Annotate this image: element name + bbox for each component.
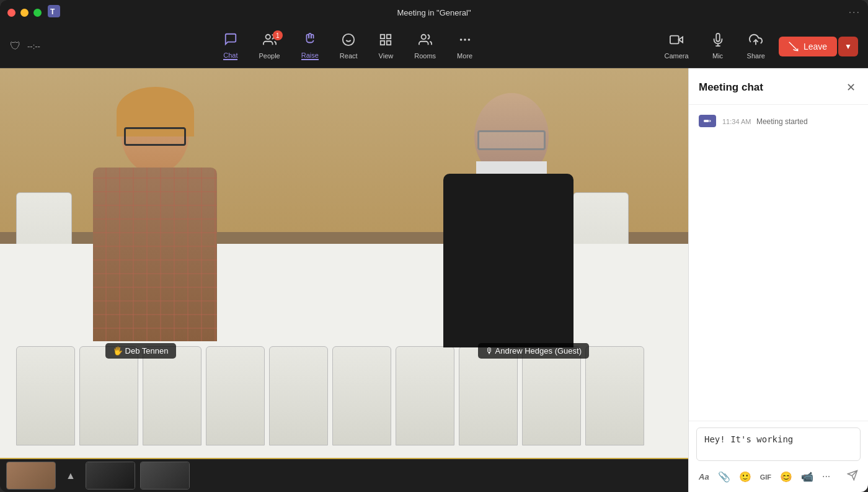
thumbnail-1[interactable]: [6, 462, 56, 490]
leave-button[interactable]: Leave: [779, 37, 837, 56]
minimize-button[interactable]: [20, 9, 29, 17]
front-seat-1: [16, 346, 75, 445]
svg-rect-21: [704, 120, 709, 122]
svg-rect-6: [381, 35, 384, 38]
format-button[interactable]: Aa: [696, 468, 712, 485]
leave-group: Leave ▼: [779, 37, 858, 56]
camera-button[interactable]: Camera: [655, 29, 697, 63]
deb-glasses: [124, 127, 186, 146]
gif-icon: GIF: [760, 473, 771, 481]
share-icon: [749, 33, 763, 50]
message-text: Meeting started: [756, 117, 808, 126]
sticker-button[interactable]: 😊: [777, 468, 795, 485]
react-button[interactable]: React: [331, 29, 366, 63]
front-seat-5: [269, 346, 328, 445]
svg-rect-15: [670, 36, 679, 44]
front-seat-7: [396, 346, 454, 445]
emoji-button[interactable]: 🙂: [737, 468, 754, 485]
thumbnail-2[interactable]: [86, 462, 135, 490]
view-label: View: [379, 52, 394, 60]
thumbnail-up-button[interactable]: ▲: [61, 468, 81, 484]
raise-icon: [303, 32, 317, 49]
person-andrew: [428, 93, 595, 347]
front-seat-8: [459, 346, 518, 445]
rooms-label: Rooms: [414, 52, 436, 60]
andrew-nametag: 🎙 Andrew Hedges (Guest): [478, 343, 589, 359]
system-message-icon: [699, 115, 716, 127]
svg-text:T: T: [50, 7, 55, 16]
share-button[interactable]: Share: [738, 29, 774, 63]
chat-toolbar: Aa 📎 🙂 GIF 😊 📹 ···: [696, 463, 861, 486]
deb-body: [93, 168, 217, 341]
message-time: 11:34 AM: [722, 118, 751, 125]
svg-rect-9: [387, 41, 391, 45]
chat-button[interactable]: Chat: [215, 29, 246, 64]
people-badge: 1: [273, 30, 283, 40]
title-bar: T Meeting in "General" ···: [0, 0, 868, 25]
andrew-body: [443, 174, 574, 347]
window-more-button[interactable]: ···: [849, 7, 861, 18]
svg-marker-14: [679, 37, 683, 42]
toolbar: 🛡 --:-- Chat 1 People: [0, 25, 868, 68]
react-icon: [342, 33, 355, 50]
chat-messages: 11:34 AM Meeting started: [689, 105, 868, 421]
video-scene: 🖐 Deb Tennen 🎙 Andrew Hedges (Guest): [0, 68, 688, 458]
close-button[interactable]: [7, 9, 16, 17]
video-msg-icon: 📹: [801, 472, 813, 482]
mic-icon: [711, 33, 725, 50]
send-button[interactable]: [844, 467, 861, 486]
raise-button[interactable]: Raise: [293, 29, 327, 64]
svg-point-2: [265, 35, 270, 39]
more-tools-button[interactable]: ···: [820, 468, 833, 485]
chat-input[interactable]: Hey! It's working: [696, 427, 861, 461]
rooms-button[interactable]: Rooms: [405, 29, 445, 63]
chat-input-area: Hey! It's working Aa 📎 🙂 GIF 😊: [689, 421, 868, 492]
video-area: 🖐 Deb Tennen 🎙 Andrew Hedges (Guest) ▲: [0, 68, 688, 492]
leave-arrow-button[interactable]: ▼: [838, 37, 858, 56]
camera-icon: [670, 33, 683, 50]
svg-point-11: [460, 39, 461, 40]
mic-label: Mic: [712, 52, 723, 60]
teams-icon: T: [48, 5, 60, 20]
more-button[interactable]: More: [448, 29, 481, 63]
front-seat-9: [522, 346, 581, 445]
format-icon: Aa: [699, 472, 709, 481]
window-title: Meeting in "General": [397, 8, 471, 17]
more-label: More: [457, 52, 472, 60]
video-msg-button[interactable]: 📹: [799, 468, 816, 485]
andrew-glasses: [477, 130, 546, 150]
gif-button[interactable]: GIF: [758, 468, 774, 485]
chat-label: Chat: [223, 51, 237, 60]
svg-point-3: [343, 34, 354, 45]
andrew-nametag-text: 🎙 Andrew Hedges (Guest): [485, 346, 582, 356]
mic-button[interactable]: Mic: [702, 29, 733, 63]
rooms-icon: [418, 33, 432, 50]
deb-nametag: 🖐 Deb Tennen: [105, 343, 176, 359]
traffic-lights: [7, 9, 42, 17]
chat-header: Meeting chat ✕: [689, 68, 868, 105]
react-label: React: [340, 52, 358, 60]
system-message: 11:34 AM Meeting started: [699, 115, 858, 127]
camera-label: Camera: [664, 52, 688, 60]
chat-icon: [224, 32, 237, 49]
more-tools-icon: ···: [822, 471, 830, 481]
attach-icon: 📎: [718, 472, 730, 482]
front-seat-3: [143, 346, 202, 445]
attach-button[interactable]: 📎: [715, 468, 733, 485]
person-deb: [81, 93, 242, 347]
people-button[interactable]: 1 People: [250, 29, 288, 63]
raise-label: Raise: [301, 51, 319, 60]
leave-label: Leave: [804, 42, 827, 51]
call-timer: --:--: [27, 42, 40, 51]
maximize-button[interactable]: [33, 9, 42, 17]
front-seat-10: [585, 346, 644, 445]
front-seat-6: [332, 346, 391, 445]
view-button[interactable]: View: [370, 29, 402, 63]
video-container: 🖐 Deb Tennen 🎙 Andrew Hedges (Guest): [0, 68, 688, 458]
chat-panel: Meeting chat ✕ 11:34 AM Meeting started: [688, 68, 868, 492]
thumbnail-3[interactable]: [140, 462, 190, 490]
svg-point-10: [421, 35, 425, 39]
chat-title: Meeting chat: [699, 81, 763, 94]
chat-close-button[interactable]: ✕: [844, 78, 858, 97]
svg-point-12: [464, 39, 466, 40]
